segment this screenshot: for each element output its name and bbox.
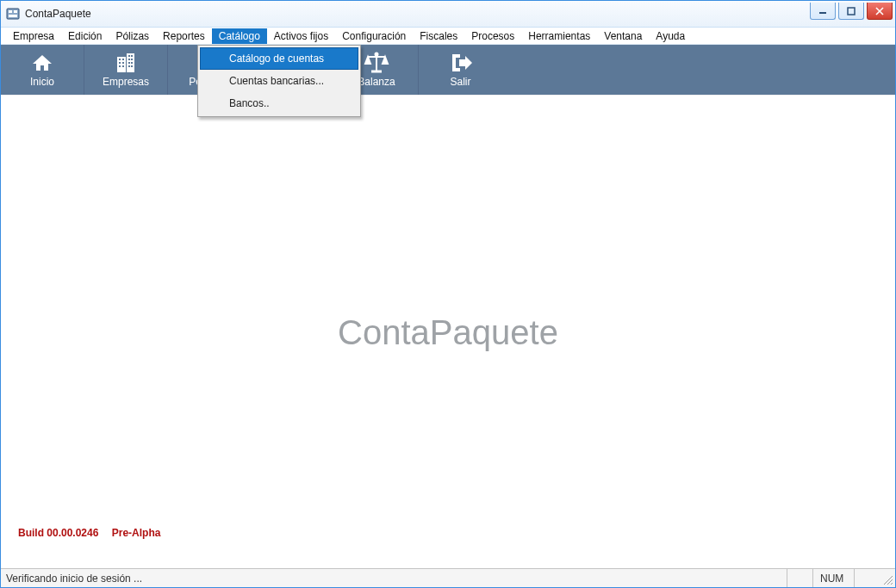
svg-rect-20 [128,62,130,64]
status-cell-empty-2 [854,569,880,587]
menu-polizas[interactable]: Pólizas [109,28,156,44]
menu-ventana[interactable]: Ventana [597,28,649,44]
toolbar-inicio[interactable]: Inicio [1,45,84,95]
svg-rect-14 [119,65,121,67]
svg-rect-9 [127,53,134,72]
svg-rect-8 [117,57,126,72]
menu-edicion[interactable]: Edición [61,28,109,44]
dropdown-bancos[interactable]: Bancos.. [200,92,358,115]
statusbar: Verificando inicio de sesión ... NUM [1,568,895,587]
status-message: Verificando inicio de sesión ... [1,573,787,585]
build-stage: Pre-Alpha [112,527,161,539]
svg-rect-21 [131,62,133,64]
menu-empresa[interactable]: Empresa [6,28,61,44]
menu-procesos[interactable]: Procesos [464,28,521,44]
watermark-text: ContaPaquete [338,313,558,351]
menubar: Empresa Edición Pólizas Reportes Catálog… [1,28,895,45]
svg-line-37 [891,583,893,585]
window-controls [807,1,895,27]
menu-configuracion[interactable]: Configuración [335,28,413,44]
scale-icon [364,52,389,74]
catalogo-dropdown: Catálogo de cuentas Cuentas bancarias...… [197,45,361,117]
build-info: Build 00.00.0246 Pre-Alpha [18,527,171,539]
svg-rect-23 [131,65,133,67]
toolbar-label-empresas: Empresas [103,76,149,88]
menu-ayuda[interactable]: Ayuda [649,28,692,44]
svg-point-34 [376,53,378,56]
client-area: ContaPaquete Build 00.00.0246 Pre-Alpha [1,96,895,568]
app-window: ContaPaquete Empresa Edición Pólizas Rep… [0,0,896,588]
toolbar: Inicio Empresas [1,45,895,96]
toolbar-label-inicio: Inicio [30,76,54,88]
dropdown-catalogo-cuentas[interactable]: Catálogo de cuentas [200,47,358,70]
menu-fiscales[interactable]: Fiscales [413,28,464,44]
svg-rect-3 [9,15,17,17]
svg-rect-11 [122,59,124,60]
svg-rect-17 [131,55,133,57]
menu-reportes[interactable]: Reportes [156,28,212,44]
toolbar-label-salir: Salir [450,76,470,88]
svg-rect-18 [128,59,130,60]
menu-catalogo[interactable]: Catálogo [212,28,267,44]
toolbar-salir[interactable]: Salir [419,45,502,95]
maximize-button[interactable] [838,3,864,20]
minimize-button[interactable] [810,3,836,20]
menu-activos-fijos[interactable]: Activos fijos [267,28,335,44]
svg-rect-5 [848,8,855,15]
buildings-icon [114,52,138,74]
titlebar: ContaPaquete [1,1,895,28]
svg-rect-12 [119,62,121,64]
svg-rect-2 [14,10,17,13]
resize-grip[interactable] [880,569,895,587]
toolbar-empresas[interactable]: Empresas [84,45,168,95]
svg-rect-19 [131,59,133,60]
menu-herramientas[interactable]: Herramientas [521,28,597,44]
dropdown-cuentas-bancarias[interactable]: Cuentas bancarias... [200,70,358,92]
exit-icon [449,52,473,74]
svg-rect-0 [7,9,19,19]
status-cell-empty-1 [787,569,812,587]
svg-rect-10 [119,59,121,60]
svg-rect-22 [128,65,130,67]
window-title: ContaPaquete [25,8,807,20]
svg-rect-1 [9,10,12,13]
svg-rect-16 [128,55,130,57]
build-version: Build 00.00.0246 [18,527,98,539]
svg-rect-15 [122,65,124,67]
toolbar-label-balanza: Balanza [358,76,395,88]
close-button[interactable] [867,3,893,20]
home-icon [30,52,54,74]
app-icon [6,7,20,21]
svg-rect-13 [122,62,124,64]
status-num: NUM [812,569,854,587]
